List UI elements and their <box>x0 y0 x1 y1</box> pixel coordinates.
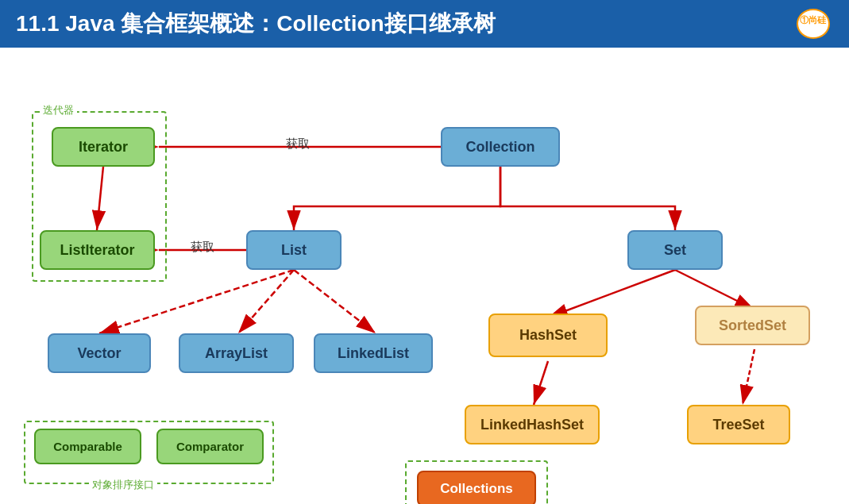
vector-box: Vector <box>48 333 151 373</box>
svg-line-11 <box>534 361 548 405</box>
iterator-box: Iterator <box>52 127 155 167</box>
treeset-box: TreeSet <box>687 405 790 444</box>
logo-circle: ①尚硅 <box>797 9 830 39</box>
hashset-box: HashSet <box>488 314 608 357</box>
sortedset-box: SortedSet <box>695 306 810 345</box>
iterator-container-label: 迭代器 <box>40 103 77 117</box>
page-header: 11.1 Java 集合框架概述：Collection接口继承树 ①尚硅 <box>0 0 849 48</box>
comparable-box: Comparable <box>34 429 141 464</box>
collections-box: Collections <box>417 471 536 504</box>
page-title: 11.1 Java 集合框架概述：Collection接口继承树 <box>16 9 496 39</box>
get-label-1: 获取 <box>286 137 310 152</box>
svg-line-7 <box>238 270 294 333</box>
collection-box: Collection <box>441 127 560 167</box>
arraylist-box: ArrayList <box>179 333 294 373</box>
list-iterator-box: ListIterator <box>40 230 155 270</box>
linkedhashset-box: LinkedHashSet <box>465 405 600 444</box>
svg-text:①尚硅: ①尚硅 <box>800 15 827 25</box>
linkedlist-box: LinkedList <box>314 333 433 373</box>
logo: ①尚硅 <box>793 8 833 40</box>
list-box: List <box>246 230 342 270</box>
diagram-area: 获取 获取 迭代器 对象排序接口 容器工具类 Collection Iterat… <box>0 48 849 504</box>
svg-line-12 <box>743 349 754 405</box>
get-label-2: 获取 <box>191 240 214 255</box>
set-box: Set <box>627 230 723 270</box>
svg-line-10 <box>675 270 754 310</box>
svg-line-9 <box>548 270 675 317</box>
comparator-box: Comparator <box>156 429 264 464</box>
svg-line-8 <box>294 270 376 333</box>
object-sort-label: 对象排序接口 <box>89 478 157 492</box>
